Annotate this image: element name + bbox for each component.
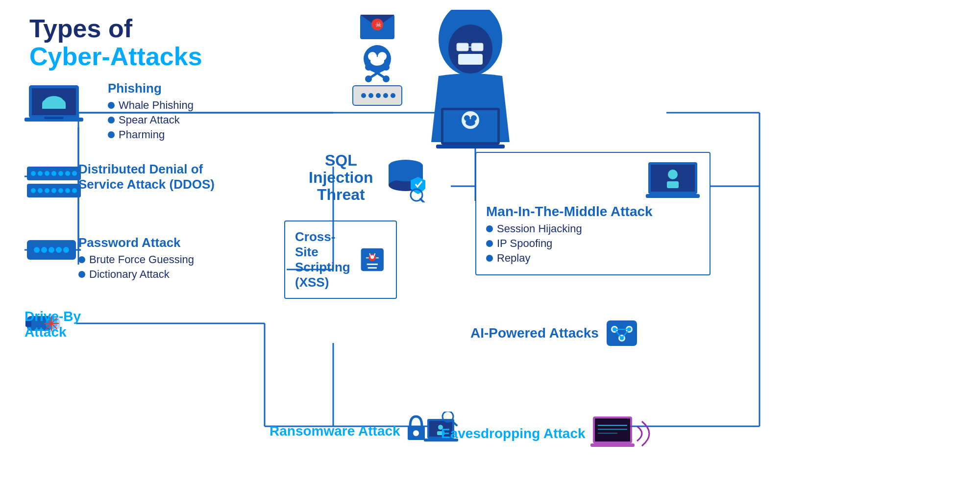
svg-point-42: [58, 171, 63, 176]
bullet-spear: Spear Attack: [108, 114, 194, 126]
svg-point-119: [612, 327, 616, 331]
ransomware-node: Ransomware Attack: [270, 412, 464, 451]
svg-point-57: [56, 247, 62, 253]
ddos-title2: Service Attack (DDOS): [78, 177, 215, 192]
svg-point-80: [448, 24, 492, 74]
mitm-border-box: Man-In-The-Middle Attack Session Hijacki…: [475, 152, 710, 275]
mitm-laptop-icon: [646, 161, 700, 200]
svg-point-46: [31, 188, 36, 193]
bullet-dot: [108, 117, 115, 123]
svg-point-102: [371, 255, 374, 259]
svg-point-50: [58, 188, 63, 193]
eavesdrop-icon: [590, 412, 654, 456]
mitm-title: Man-In-The-Middle Attack: [486, 204, 700, 220]
svg-point-56: [49, 247, 54, 253]
xss-title3: (XSS): [295, 275, 354, 290]
bullet-ip: IP Spoofing: [486, 237, 700, 250]
svg-point-109: [668, 170, 678, 179]
ai-icon: [605, 318, 639, 348]
bullet-whale: Whale Phishing: [108, 99, 194, 112]
svg-text:☠: ☠: [375, 21, 382, 28]
svg-point-120: [627, 327, 631, 331]
ai-node: AI-Powered Attacks: [470, 318, 639, 348]
sql-title3: Threat: [309, 186, 373, 203]
password-node: Password Attack Brute Force Guessing Dic…: [78, 235, 194, 283]
phishing-title: Phishing: [108, 81, 194, 96]
xss-icon: [359, 245, 386, 274]
sql-node: SQL Injection Threat: [309, 152, 430, 204]
svg-point-72: [383, 75, 390, 82]
svg-rect-84: [458, 54, 483, 65]
laptop-icon: [24, 83, 83, 129]
bullet-dot: [486, 240, 493, 247]
svg-point-58: [63, 247, 69, 253]
svg-point-38: [31, 171, 36, 176]
svg-rect-91: [436, 145, 505, 148]
password-title: Password Attack: [78, 235, 194, 250]
svg-point-66: [370, 57, 384, 66]
password-device-icon: [24, 235, 78, 267]
page-title: Types of Cyber-Attacks: [29, 15, 202, 71]
svg-point-75: [368, 93, 373, 98]
svg-rect-36: [44, 117, 64, 119]
svg-rect-111: [646, 194, 700, 198]
sql-title: SQL: [309, 152, 373, 169]
svg-point-39: [38, 171, 43, 176]
eavesdrop-title: Eavesdropping Attack: [441, 426, 586, 441]
eavesdrop-node: Eavesdropping Attack: [441, 412, 654, 456]
svg-point-77: [383, 93, 388, 98]
svg-point-51: [65, 188, 70, 193]
svg-rect-81: [457, 43, 468, 51]
xss-border-box: Cross-Site Scripting (XSS): [284, 220, 397, 299]
svg-point-52: [72, 188, 77, 193]
svg-point-69: [365, 64, 372, 71]
title-line2: Cyber-Attacks: [29, 43, 202, 71]
bullet-dot: [78, 271, 85, 278]
server-icon: [24, 164, 83, 203]
svg-point-55: [41, 247, 47, 253]
svg-point-47: [38, 188, 43, 193]
svg-point-49: [51, 188, 56, 193]
bullet-dot: [486, 225, 493, 232]
svg-point-71: [365, 75, 372, 82]
svg-point-48: [45, 188, 49, 193]
title-line1: Types of: [29, 15, 202, 43]
driveby-title: Drive-By: [24, 309, 81, 324]
mitm-bullets: Session Hijacking IP Spoofing Replay: [486, 222, 700, 265]
svg-point-70: [383, 64, 390, 71]
hacker-illustration: ☠: [333, 10, 529, 167]
ransomware-title: Ransomware Attack: [270, 423, 400, 439]
svg-line-97: [420, 199, 425, 202]
svg-point-43: [65, 171, 70, 176]
svg-rect-140: [595, 418, 630, 441]
ddos-title: Distributed Denial of: [78, 162, 215, 177]
svg-point-74: [361, 93, 366, 98]
svg-point-41: [51, 171, 56, 176]
mitm-node: Man-In-The-Middle Attack Session Hijacki…: [475, 152, 710, 275]
bullet-replay: Replay: [486, 252, 700, 265]
sql-title2: Injection: [309, 169, 373, 186]
bullet-session: Session Hijacking: [486, 222, 700, 235]
xss-title: Cross-Site: [295, 229, 354, 260]
svg-point-76: [376, 93, 381, 98]
xss-title2: Scripting: [295, 260, 354, 275]
bullet-dict: Dictionary Attack: [78, 268, 194, 281]
bullet-dot: [108, 131, 115, 138]
bullet-brute: Brute Force Guessing: [78, 253, 194, 266]
bullet-dot: [108, 102, 115, 109]
sql-icon: [381, 153, 430, 202]
xss-node: Cross-Site Scripting (XSS): [284, 220, 397, 299]
phishing-node: Phishing Whale Phishing Spear Attack Pha…: [108, 81, 194, 143]
bullet-dot: [486, 255, 493, 262]
svg-point-121: [620, 336, 624, 340]
main-container: Types of Cyber-Attacks Phishing Whale Ph…: [0, 0, 980, 490]
svg-point-131: [413, 430, 419, 436]
bullet-pharming: Pharming: [108, 128, 194, 141]
ai-title: AI-Powered Attacks: [470, 325, 599, 341]
phishing-bullets: Whale Phishing Spear Attack Pharming: [108, 99, 194, 141]
driveby-title2: Attack: [24, 324, 81, 340]
driveby-node: Drive-By Attack: [24, 309, 81, 340]
password-bullets: Brute Force Guessing Dictionary Attack: [78, 253, 194, 281]
svg-point-90: [466, 119, 475, 126]
bullet-dot: [78, 256, 85, 263]
